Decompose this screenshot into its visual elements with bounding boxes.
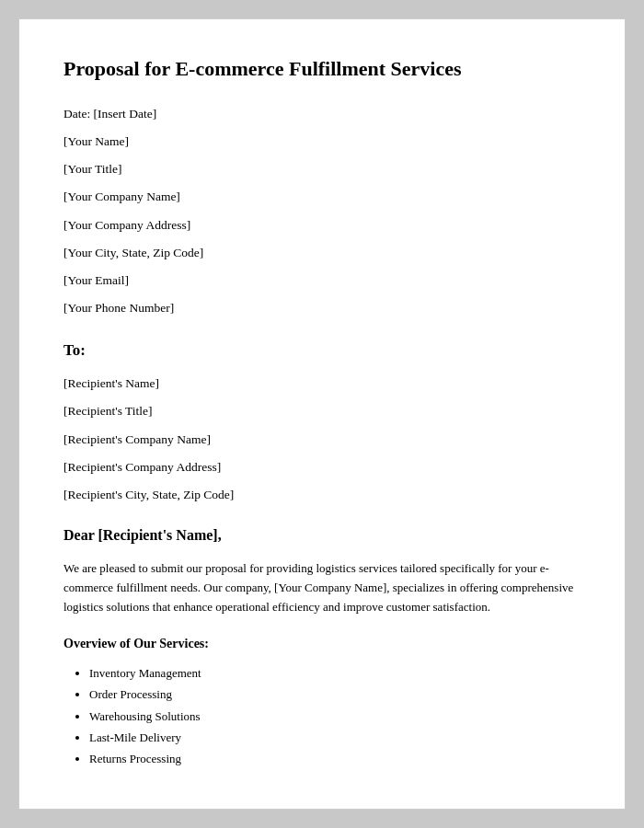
services-list: Inventory ManagementOrder ProcessingWare… (63, 662, 581, 770)
list-item: Warehousing Solutions (89, 706, 581, 727)
sender-title: [Your Title] (63, 160, 581, 178)
recipient-name: [Recipient's Name] (63, 374, 581, 393)
recipient-company: [Recipient's Company Name] (63, 431, 581, 449)
document-page: Proposal for E-commerce Fulfillment Serv… (18, 18, 626, 810)
recipient-city: [Recipient's City, State, Zip Code] (63, 486, 581, 504)
sender-city: [Your City, State, Zip Code] (63, 244, 581, 262)
recipient-address: [Recipient's Company Address] (63, 458, 581, 477)
sender-company: [Your Company Name] (63, 188, 581, 206)
services-heading: Overview of Our Services: (63, 634, 581, 653)
to-heading: To: (63, 339, 581, 362)
dear-line: Dear [Recipient's Name], (63, 524, 581, 546)
sender-email: [Your Email] (63, 271, 581, 290)
list-item: Inventory Management (89, 662, 581, 684)
sender-address: [Your Company Address] (63, 216, 581, 235)
list-item: Returns Processing (89, 748, 581, 769)
list-item: Order Processing (89, 684, 581, 705)
intro-paragraph: We are pleased to submit our proposal fo… (63, 559, 581, 616)
sender-name: [Your Name] (63, 132, 581, 151)
date-field: Date: [Insert Date] (63, 105, 581, 123)
recipient-title: [Recipient's Title] (63, 402, 581, 420)
list-item: Last-Mile Delivery (89, 727, 581, 748)
proposal-title: Proposal for E-commerce Fulfillment Serv… (63, 56, 581, 83)
sender-phone: [Your Phone Number] (63, 299, 581, 317)
